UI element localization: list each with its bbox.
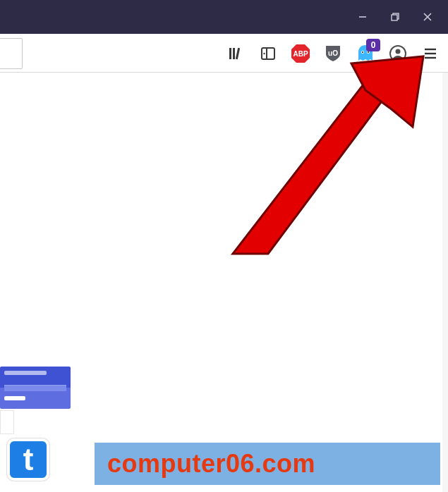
watermark-bar: computer06.com [95, 443, 440, 485]
hamburger-menu-icon[interactable] [418, 42, 442, 66]
toolbar-right-icons: ABP uO 0 [224, 34, 445, 73]
thumbnail-side [0, 410, 14, 434]
site-tile-t: t [7, 438, 49, 481]
recommendation-thumbnail [0, 367, 78, 430]
thumbnail-card [0, 367, 71, 409]
svg-rect-7 [236, 47, 240, 59]
window-close-button[interactable] [411, 0, 444, 34]
library-icon[interactable] [224, 42, 248, 66]
window-restore-button[interactable] [379, 0, 411, 34]
svg-point-14 [362, 51, 363, 53]
window-titlebar [0, 0, 448, 34]
svg-rect-5 [229, 48, 231, 59]
sidebar-icon[interactable] [256, 42, 280, 66]
firefox-account-icon[interactable] [386, 42, 410, 66]
svg-point-10 [263, 52, 265, 54]
abp-label: ABP [293, 50, 308, 58]
svg-rect-2 [392, 15, 397, 20]
svg-point-17 [396, 49, 401, 54]
svg-rect-6 [233, 48, 235, 59]
adblock-plus-icon[interactable]: ABP [289, 42, 313, 66]
ghostery-icon[interactable]: 0 [353, 42, 377, 66]
svg-point-15 [368, 51, 369, 53]
watermark-text: computer06.com [107, 451, 315, 476]
ublock-origin-icon[interactable]: uO [321, 42, 345, 66]
content-edge-shadow [442, 73, 448, 492]
window-minimize-button[interactable] [346, 0, 379, 34]
browser-toolbar: ABP uO 0 [0, 34, 448, 73]
ghostery-badge: 0 [366, 39, 380, 51]
ublock-label: uO [328, 49, 338, 57]
address-bar-fragment[interactable] [0, 38, 23, 69]
